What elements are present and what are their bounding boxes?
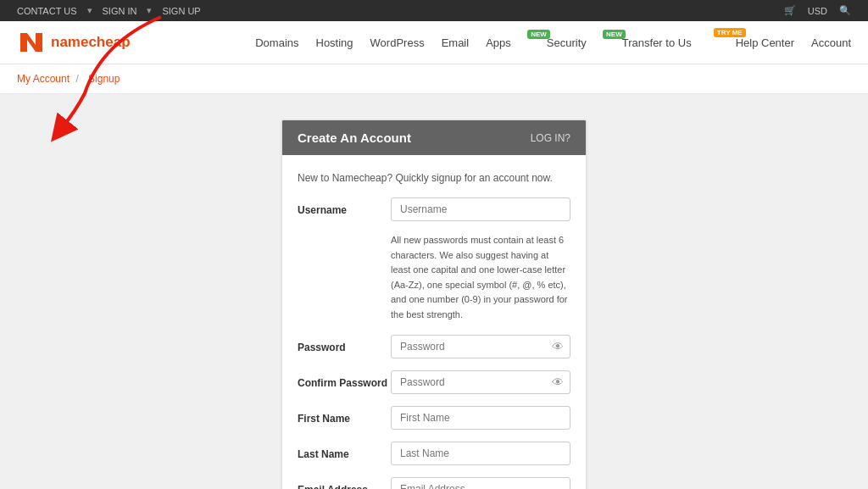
top-bar-separator2: ▾ xyxy=(147,5,152,16)
last-name-field xyxy=(391,442,570,465)
password-input[interactable] xyxy=(391,335,570,358)
confirm-password-input[interactable] xyxy=(391,370,570,394)
nav-hosting[interactable]: Hosting xyxy=(316,36,353,49)
form-body: New to Namecheap? Quickly signup for an … xyxy=(282,155,586,489)
sign-up-link[interactable]: SIGN UP xyxy=(162,6,200,16)
confirm-password-label: Confirm Password xyxy=(298,370,391,389)
main-nav: Domains Hosting WordPress Email Apps NEW… xyxy=(255,36,851,49)
currency-selector[interactable]: USD xyxy=(808,6,827,16)
header: namecheap Domains Hosting WordPress Emai… xyxy=(0,21,868,64)
password-hint: All new passwords must contain at least … xyxy=(391,233,570,323)
form-header: Create An Account LOG IN? xyxy=(282,120,586,155)
login-link[interactable]: LOG IN? xyxy=(531,132,570,144)
last-name-group: Last Name xyxy=(298,442,570,465)
cart-icon[interactable]: 🛒 xyxy=(784,5,796,16)
email-group: Email Address xyxy=(298,477,570,489)
nav-domains[interactable]: Domains xyxy=(255,36,298,49)
breadcrumb: My Account / Signup xyxy=(0,64,868,94)
nav-security[interactable]: Security NEW xyxy=(547,36,605,49)
contact-us-link[interactable]: CONTACT US xyxy=(17,6,77,16)
password-field: 👁 xyxy=(391,335,570,358)
password-toggle-icon[interactable]: 👁 xyxy=(552,340,564,353)
confirm-password-field: 👁 xyxy=(391,370,570,394)
password-label: Password xyxy=(298,335,391,353)
top-bar-separator: ▾ xyxy=(87,5,92,16)
password-group: Password 👁 xyxy=(298,335,570,358)
first-name-input[interactable] xyxy=(391,406,570,430)
first-name-field xyxy=(391,406,570,430)
top-bar: CONTACT US ▾ SIGN IN ▾ SIGN UP 🛒 USD 🔍 xyxy=(0,0,868,21)
last-name-label: Last Name xyxy=(298,442,391,460)
top-bar-right: 🛒 USD 🔍 xyxy=(784,5,851,16)
main-content: Create An Account LOG IN? New to Nameche… xyxy=(0,94,868,489)
nav-email[interactable]: Email xyxy=(442,36,470,49)
nav-wordpress[interactable]: WordPress xyxy=(370,36,425,49)
breadcrumb-current: Signup xyxy=(88,73,120,85)
nav-account[interactable]: Account xyxy=(811,36,851,49)
username-field xyxy=(391,197,570,221)
logo-svg xyxy=(17,30,49,55)
logo[interactable]: namecheap xyxy=(17,30,131,55)
first-name-group: First Name xyxy=(298,406,570,430)
breadcrumb-my-account[interactable]: My Account xyxy=(17,73,70,85)
confirm-password-toggle-icon[interactable]: 👁 xyxy=(552,375,564,389)
form-title: Create An Account xyxy=(298,131,411,145)
sign-in-link[interactable]: SIGN IN xyxy=(103,6,137,16)
username-group: Username xyxy=(298,197,570,221)
last-name-input[interactable] xyxy=(391,442,570,465)
nav-transfer[interactable]: Transfer to Us TRY ME xyxy=(622,36,719,49)
nav-help-center[interactable]: Help Center xyxy=(736,36,794,49)
top-bar-left: CONTACT US ▾ SIGN IN ▾ SIGN UP xyxy=(17,5,201,16)
logo-name: namecheap xyxy=(51,34,131,51)
email-input[interactable] xyxy=(391,477,570,489)
username-label: Username xyxy=(298,197,391,216)
first-name-label: First Name xyxy=(298,406,391,425)
breadcrumb-separator: / xyxy=(75,73,78,85)
confirm-password-group: Confirm Password 👁 xyxy=(298,370,570,394)
account-form-container: Create An Account LOG IN? New to Nameche… xyxy=(281,119,587,489)
search-icon[interactable]: 🔍 xyxy=(839,5,851,16)
email-label: Email Address xyxy=(298,477,391,489)
username-input[interactable] xyxy=(391,197,570,221)
form-description: New to Namecheap? Quickly signup for an … xyxy=(298,172,570,184)
nav-apps[interactable]: Apps NEW xyxy=(486,36,530,49)
email-field xyxy=(391,477,570,489)
